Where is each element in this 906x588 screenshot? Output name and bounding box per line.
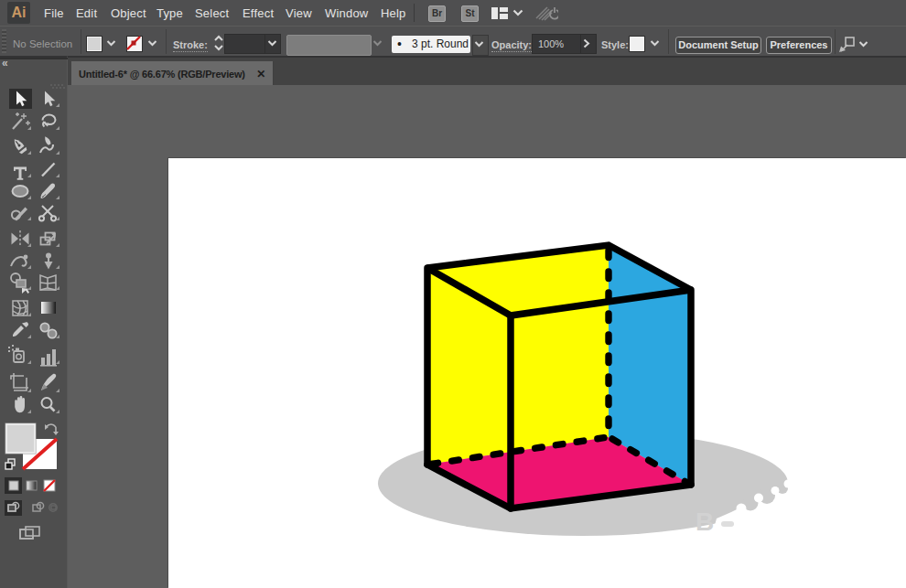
svg-text:B: B (696, 508, 714, 536)
